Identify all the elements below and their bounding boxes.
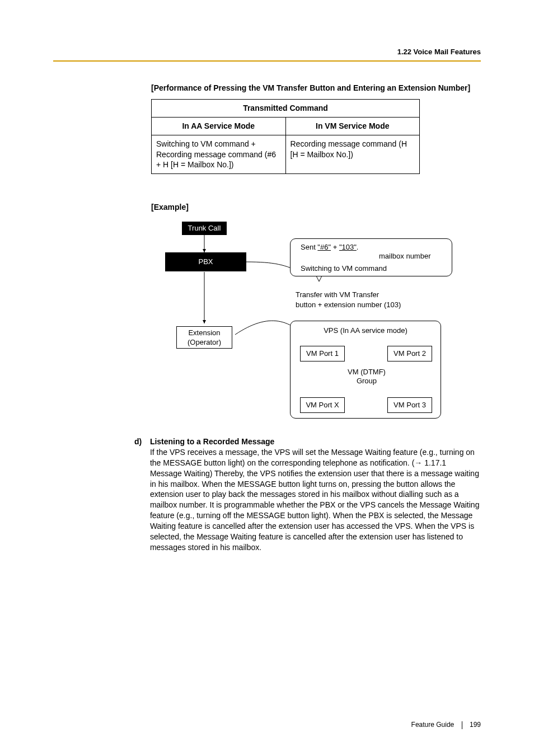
sent-bubble: Sent "#6" + "103". mailbox number Switch… xyxy=(290,238,452,276)
mailbox-number-label: mailbox number xyxy=(379,251,431,261)
switching-cmd-label: Switching to VM command xyxy=(301,264,387,274)
pbx-box: PBX xyxy=(165,252,246,271)
section-d-body: Listening to a Recorded Message If the V… xyxy=(150,436,480,553)
transmitted-command-table: Transmitted Command In AA Service Mode I… xyxy=(151,99,420,174)
sent-mbox: "103" xyxy=(339,243,357,251)
operator-label: (Operator) xyxy=(188,337,221,348)
content-column: [Performance of Pressing the VM Transfer… xyxy=(151,83,481,430)
sent-prefix: Sent xyxy=(301,243,317,251)
footer-page: 199 xyxy=(470,721,481,729)
col-aa-header: In AA Service Mode xyxy=(152,117,286,135)
header-rule xyxy=(53,60,481,62)
footer-separator xyxy=(462,721,462,729)
performance-heading: [Performance of Pressing the VM Transfer… xyxy=(151,83,481,93)
section-d-marker: d) xyxy=(134,436,148,447)
transfer-line1: Transfer with VM Transfer xyxy=(296,290,379,300)
example-title: [Example] xyxy=(151,202,481,213)
section-d-text-2: 1.17.1 Message Waiting) Thereby, the VPS… xyxy=(150,458,480,552)
footer: Feature Guide 199 xyxy=(411,721,481,729)
header-section-title: 1.22 Voice Mail Features xyxy=(397,48,481,56)
extension-label: Extension xyxy=(188,328,220,338)
sent-dot: . xyxy=(357,243,359,251)
right-arrow-icon: → xyxy=(414,458,422,467)
table-header-row-1: Transmitted Command xyxy=(152,99,420,117)
vm-port-3: VM Port 3 xyxy=(387,397,432,413)
cell-aa: Switching to VM command + Recording mess… xyxy=(152,135,286,174)
vm-port-1: VM Port 1 xyxy=(300,346,345,361)
table-body-row: Switching to VM command + Recording mess… xyxy=(152,135,420,174)
diagram: Trunk Call PBX Extension (Operator) Sent… xyxy=(151,217,465,430)
cell-vm: Recording message command (H [H = Mailbo… xyxy=(285,135,420,174)
table-header-row-2: In AA Service Mode In VM Service Mode xyxy=(152,117,420,135)
vm-port-x: VM Port X xyxy=(300,397,345,413)
col-vm-header: In VM Service Mode xyxy=(285,117,420,135)
vm-dtmf-label: VM (DTMF) xyxy=(346,367,387,377)
footer-guide: Feature Guide xyxy=(411,721,455,729)
sent-code: "#6" xyxy=(317,243,331,251)
table-span-header: Transmitted Command xyxy=(152,99,420,117)
sent-plus: + xyxy=(331,243,339,251)
vm-group-label: Group xyxy=(346,376,387,386)
vps-title: VPS (In AA service mode) xyxy=(291,326,441,336)
transfer-line2: button + extension number (103) xyxy=(296,300,401,310)
section-d-title: Listening to a Recorded Message xyxy=(150,437,275,446)
page: 1.22 Voice Mail Features [Performance of… xyxy=(0,0,534,756)
vm-port-2: VM Port 2 xyxy=(387,346,432,361)
extension-box: Extension (Operator) xyxy=(176,326,232,349)
sent-line: Sent "#6" + "103". xyxy=(301,242,358,252)
trunk-call-box: Trunk Call xyxy=(182,222,227,235)
section-d: d) Listening to a Recorded Message If th… xyxy=(134,436,481,553)
